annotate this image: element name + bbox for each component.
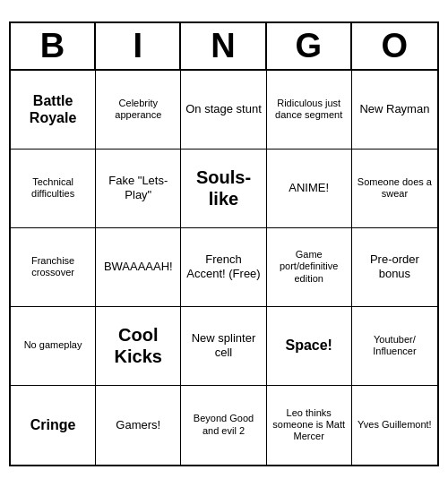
bingo-cell: New Rayman <box>352 71 437 150</box>
bingo-cell: New splinter cell <box>181 307 266 386</box>
bingo-cell: French Accent! (Free) <box>181 228 266 307</box>
bingo-cell: On stage stunt <box>181 71 266 150</box>
bingo-cell: Technical difficulties <box>11 150 96 228</box>
bingo-letter: N <box>181 23 266 69</box>
bingo-cell: BWAAAAAH! <box>96 228 181 307</box>
bingo-cell: Game port/definitive edition <box>267 228 352 307</box>
bingo-cell: Souls-like <box>181 150 266 228</box>
bingo-cell: Leo thinks someone is Matt Mercer <box>267 386 352 465</box>
bingo-cell: Battle Royale <box>11 71 96 150</box>
bingo-cell: Ridiculous just dance segment <box>267 71 352 150</box>
bingo-header: BINGO <box>11 23 437 71</box>
bingo-letter: O <box>352 23 437 69</box>
bingo-cell: Yves Guillemont! <box>352 386 437 465</box>
bingo-cell: Beyond Good and evil 2 <box>181 386 266 465</box>
bingo-cell: Celebrity apperance <box>96 71 181 150</box>
bingo-grid: Battle RoyaleCelebrity apperanceOn stage… <box>11 71 437 465</box>
bingo-cell: Cringe <box>11 386 96 465</box>
bingo-letter: B <box>11 23 96 69</box>
bingo-cell: Franchise crossover <box>11 228 96 307</box>
bingo-cell: Fake "Lets-Play" <box>96 150 181 228</box>
bingo-card: BINGO Battle RoyaleCelebrity apperanceOn… <box>9 21 439 466</box>
bingo-cell: Youtuber/ Influencer <box>352 307 437 386</box>
bingo-cell: Space! <box>267 307 352 386</box>
bingo-cell: ANIME! <box>267 150 352 228</box>
bingo-letter: I <box>96 23 181 69</box>
bingo-cell: Someone does a swear <box>352 150 437 228</box>
bingo-cell: No gameplay <box>11 307 96 386</box>
bingo-cell: Cool Kicks <box>96 307 181 386</box>
bingo-cell: Gamers! <box>96 386 181 465</box>
bingo-cell: Pre-order bonus <box>352 228 437 307</box>
bingo-letter: G <box>267 23 352 69</box>
